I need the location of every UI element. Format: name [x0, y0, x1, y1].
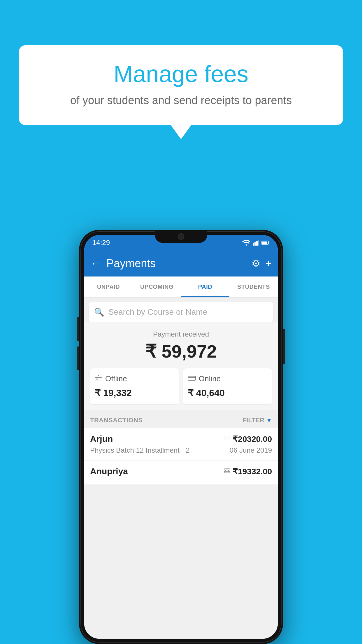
online-label: Online — [199, 374, 221, 383]
svg-rect-15 — [226, 470, 229, 472]
cash-payment-icon — [224, 467, 230, 475]
transaction-date: 06 June 2019 — [230, 446, 272, 454]
camera-icon — [178, 233, 184, 240]
signal-icon — [253, 240, 259, 246]
status-icons — [242, 240, 270, 246]
battery-icon — [261, 240, 270, 245]
top-bar-icons: ⚙ + — [252, 258, 271, 269]
tabs-bar: UNPAID UPCOMING PAID STUDENTS — [84, 276, 278, 298]
transactions-header: TRANSACTIONS FILTER ▼ — [84, 410, 278, 428]
svg-rect-3 — [258, 240, 259, 246]
transaction-row1: Arjun ₹20320.00 — [90, 434, 272, 444]
payment-cards: Offline ₹ 19,332 — [90, 368, 272, 404]
volume-down-button — [77, 346, 79, 370]
transaction-row1: Anupriya — [90, 466, 272, 476]
online-card-row: Online — [188, 374, 221, 383]
svg-rect-2 — [256, 241, 258, 246]
payment-received-label: Payment received — [90, 330, 272, 338]
speech-bubble-subtitle: of your students and send receipts to pa… — [36, 93, 326, 108]
transaction-name: Anupriya — [90, 466, 128, 476]
svg-rect-14 — [224, 469, 230, 473]
speech-bubble-title: Manage fees — [36, 61, 326, 87]
payment-summary: Payment received ₹ 59,972 — [84, 322, 278, 410]
online-card: Online ₹ 40,640 — [183, 368, 272, 404]
phone-notch — [155, 230, 207, 243]
search-input[interactable]: Search by Course or Name — [108, 307, 207, 317]
search-container[interactable]: 🔍 Search by Course or Name — [89, 302, 273, 322]
speech-bubble-container: Manage fees of your students and send re… — [19, 45, 343, 125]
search-icon: 🔍 — [94, 307, 104, 317]
transaction-row2: Physics Batch 12 Installment - 2 06 June… — [90, 446, 272, 454]
transaction-name: Arjun — [90, 434, 113, 444]
svg-rect-9 — [96, 379, 98, 379]
transaction-amount-row: ₹19332.00 — [224, 467, 272, 476]
card-payment-icon — [224, 435, 230, 443]
svg-rect-6 — [262, 242, 267, 244]
payment-amount: ₹ 59,972 — [90, 341, 272, 362]
transaction-amount: ₹19332.00 — [233, 467, 272, 476]
transactions-label: TRANSACTIONS — [90, 416, 143, 424]
add-button[interactable]: + — [266, 258, 271, 269]
status-time: 14:29 — [92, 239, 110, 247]
online-amount: ₹ 40,640 — [188, 387, 225, 398]
svg-rect-10 — [188, 376, 196, 380]
transaction-amount-row: ₹20320.00 — [224, 434, 272, 444]
page-title: Payments — [106, 257, 246, 270]
content-area: 🔍 Search by Course or Name Payment recei… — [84, 298, 278, 639]
transaction-item[interactable]: Arjun ₹20320.00 Physics — [84, 428, 278, 461]
phone-container: 14:29 — [79, 230, 283, 644]
offline-icon — [95, 374, 102, 383]
settings-icon[interactable]: ⚙ — [252, 258, 260, 269]
back-button[interactable]: ← — [91, 257, 101, 270]
phone-frame: 14:29 — [79, 230, 283, 644]
svg-rect-1 — [254, 242, 256, 246]
wifi-icon — [242, 240, 250, 246]
phone-screen: 14:29 — [84, 235, 278, 639]
online-icon — [188, 374, 196, 383]
volume-up-button — [77, 317, 79, 341]
transaction-course: Physics Batch 12 Installment - 2 — [90, 446, 189, 454]
svg-rect-7 — [95, 376, 102, 381]
offline-card: Offline ₹ 19,332 — [90, 368, 179, 404]
svg-rect-12 — [224, 437, 230, 441]
power-button — [283, 329, 285, 364]
speech-bubble: Manage fees of your students and send re… — [19, 45, 343, 125]
tab-upcoming[interactable]: UPCOMING — [133, 276, 181, 297]
filter-icon: ▼ — [266, 417, 272, 424]
svg-rect-0 — [253, 243, 254, 246]
filter-button[interactable]: FILTER ▼ — [242, 416, 272, 424]
tab-unpaid[interactable]: UNPAID — [84, 276, 133, 297]
tab-students[interactable]: STUDENTS — [229, 276, 278, 297]
offline-amount: ₹ 19,332 — [95, 387, 132, 398]
offline-label: Offline — [105, 374, 127, 383]
transaction-amount: ₹20320.00 — [233, 434, 272, 444]
tab-paid[interactable]: PAID — [181, 276, 229, 297]
top-bar: ← Payments ⚙ + — [84, 250, 278, 276]
offline-card-row: Offline — [95, 374, 127, 383]
svg-rect-5 — [268, 242, 269, 244]
transaction-item[interactable]: Anupriya — [84, 461, 278, 485]
